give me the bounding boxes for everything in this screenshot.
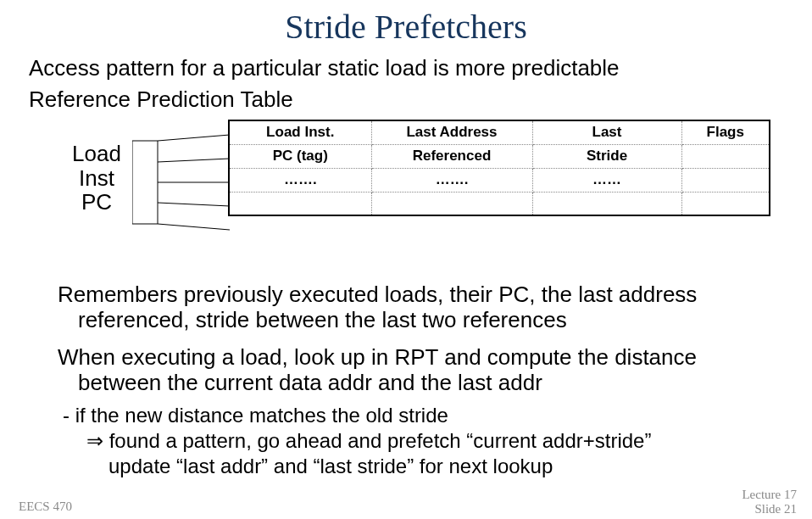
cell-last: Last <box>532 120 681 144</box>
load-pc-line3: PC <box>63 190 131 215</box>
cell-empty <box>681 192 770 215</box>
bullet-found-pattern-text: found a pattern, go ahead and prefetch “… <box>103 429 651 452</box>
footer-lecture-slide: Lecture 17 Slide 21 <box>742 488 797 516</box>
footer-slide: Slide 21 <box>742 502 797 516</box>
cell-empty <box>681 168 770 192</box>
load-inst-pc-label: Load Inst PC <box>63 142 131 215</box>
subtitle: Access pattern for a particular static l… <box>0 47 812 81</box>
footer-course: EECS 470 <box>19 499 72 514</box>
implies-icon: ⇒ <box>86 430 103 452</box>
para2-text: When executing a load, look up in RPT an… <box>29 345 783 396</box>
bullet-found-pattern: ⇒ found a pattern, go ahead and prefetch… <box>63 428 783 454</box>
cell-stride: Stride <box>532 144 681 168</box>
cell-empty <box>681 144 770 168</box>
slide: Stride Prefetchers Access pattern for a … <box>0 0 812 519</box>
cell-empty <box>532 192 681 215</box>
cell-empty <box>371 192 532 215</box>
table-row <box>229 192 770 215</box>
svg-line-7 <box>158 203 230 206</box>
svg-line-5 <box>158 159 230 162</box>
cell-flags: Flags <box>681 120 770 144</box>
cell-load-inst: Load Inst. <box>229 120 371 144</box>
cell-dots: ……. <box>371 168 532 192</box>
bullet-list: - if the new distance matches the old st… <box>0 396 812 479</box>
table-row: ……. ……. …… <box>229 168 770 192</box>
cell-last-address: Last Address <box>371 120 532 144</box>
bullet-if-distance: - if the new distance matches the old st… <box>63 404 448 427</box>
cell-pc-tag: PC (tag) <box>229 144 371 168</box>
cell-referenced: Referenced <box>371 144 532 168</box>
load-pc-line1: Load <box>63 142 131 166</box>
cell-dots: …… <box>532 168 681 192</box>
bullet-update: update “last addr” and “last stride” for… <box>63 454 783 479</box>
table-row: PC (tag) Referenced Stride <box>229 144 770 168</box>
reference-prediction-table: Load Inst. Last Address Last Flags PC (t… <box>228 120 770 216</box>
svg-line-4 <box>158 135 230 141</box>
footer-lecture: Lecture 17 <box>742 488 797 502</box>
rpt-heading: Reference Prediction Table <box>0 81 812 113</box>
rpt-diagram: Load Inst PC Load Inst. Last Address Las… <box>29 120 783 254</box>
cell-empty <box>229 192 371 215</box>
svg-line-8 <box>158 224 230 230</box>
paragraph-when-executing: When executing a load, look up in RPT an… <box>0 345 812 396</box>
paragraph-remembers: Remembers previously executed loads, the… <box>0 282 812 333</box>
load-pc-line2: Inst <box>63 166 131 191</box>
para1-text: Remembers previously executed loads, the… <box>29 282 783 333</box>
table-row: Load Inst. Last Address Last Flags <box>229 120 770 144</box>
page-title: Stride Prefetchers <box>0 0 812 47</box>
cell-dots: ……. <box>229 168 371 192</box>
